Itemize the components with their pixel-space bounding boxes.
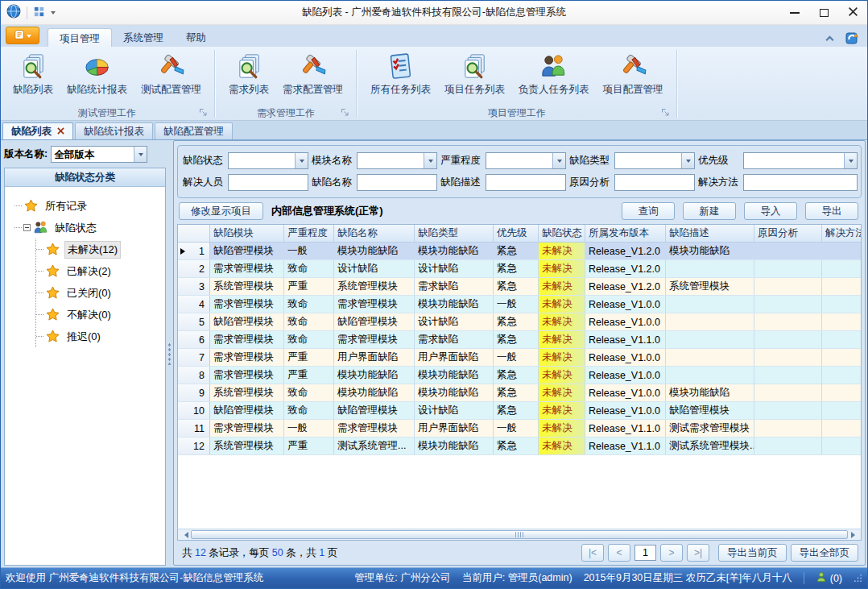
table-row-9[interactable]: 9系统管理模块致命模块功能缺陷模块功能缺陷紧急未解决Release_V1.0.0… [178,384,861,402]
req-list-button[interactable]: 需求列表 [223,50,275,98]
query-button[interactable]: 查询 [622,202,675,220]
tree-item-unresolved[interactable]: 未解决(12) [36,239,165,260]
column-header-desc[interactable]: 缺陷描述 [666,225,754,242]
filter-combo-defect-type[interactable] [614,152,695,169]
scroll-right-button[interactable] [849,529,860,540]
tree-item-resolved[interactable]: 已解决(2) [36,260,165,282]
req-config-button[interactable]: 需求配置管理 [277,50,349,98]
tree-item-wont-fix[interactable]: 不解决(0) [36,304,165,326]
import-button[interactable]: 导入 [744,202,797,220]
version-label: 版本名称: [4,147,48,161]
column-header-version[interactable]: 所属发布版本 [585,225,666,242]
version-select[interactable]: 全部版本 [51,146,147,163]
application-menu-button[interactable] [6,27,39,44]
export-current-page-button[interactable]: 导出当前页 [718,544,787,562]
document-tab-3[interactable]: 缺陷配置管理 [155,122,233,139]
filter-combo-priority[interactable] [743,152,858,169]
ribbon-tab-3[interactable]: 帮助 [175,28,217,47]
table-row-4[interactable]: 4需求管理模块致命需求管理模块模块功能缺陷一般未解决Release_V1.0.0 [178,296,861,313]
column-header-priority[interactable]: 优先级 [494,225,539,242]
online-users-badge[interactable]: (0) [816,571,842,585]
table-row-6[interactable]: 6需求管理模块致命需求管理模块需求缺陷紧急未解决Release_V1.1.0 [178,331,861,349]
defect-report-button[interactable]: 缺陷统计报表 [61,50,133,98]
help-icon[interactable] [845,30,859,47]
tree-item-defect-status[interactable]: 缺陷状态 [14,217,165,239]
chevron-down-icon[interactable] [295,153,308,168]
table-row-1[interactable]: 1缺陷管理模块一般模块功能缺陷模块功能缺陷紧急未解决Release_V1.2.0… [178,243,861,260]
document-tab-2[interactable]: 缺陷统计报表 [75,122,153,139]
table-row-7[interactable]: 7需求管理模块严重用户界面缺陷用户界面缺陷一般未解决Release_V1.0.0 [178,349,861,367]
collapse-ribbon-icon[interactable] [825,33,835,44]
table-row-11[interactable]: 11需求管理模块一般需求管理模块用户界面缺陷一般未解决Release_V1.1.… [178,420,861,438]
chevron-down-icon[interactable] [424,153,436,168]
filter-combo-value-severity [486,153,552,168]
filter-input-defect-desc[interactable] [486,174,566,191]
project-tasks-button[interactable]: 项目任务列表 [439,50,510,98]
table-row-3[interactable]: 3系统管理模块严重系统管理模块需求缺陷紧急未解决Release_V1.2.0系统… [178,278,861,296]
filter-input-solution[interactable] [743,174,858,191]
ribbon-tab-2[interactable]: 系统管理 [112,28,175,47]
chevron-down-icon[interactable] [134,147,147,162]
all-tasks-button[interactable]: 所有任务列表 [365,50,436,98]
cell-desc: 模块功能缺陷 [666,243,754,259]
export-all-pages-button[interactable]: 导出全部页 [791,544,859,562]
filter-combo-defect-status[interactable] [228,152,308,169]
filter-input-resolver[interactable] [228,174,308,191]
table-row-8[interactable]: 8需求管理模块严重模块功能缺陷模块功能缺陷紧急未解决Release_V1.0.0 [178,367,861,384]
tree-item-postponed[interactable]: 推迟(0) [36,326,165,347]
column-header-type[interactable]: 缺陷类型 [415,225,494,242]
filter-input-defect-name[interactable] [357,174,437,191]
tree-item-closed[interactable]: 已关闭(0) [36,282,165,304]
dialog-launcher-icon[interactable] [199,108,208,117]
pager-last-button[interactable]: >| [687,544,709,562]
defect-list-button[interactable]: 缺陷列表 [7,50,59,98]
ribbon-tab-1[interactable]: 项目管理 [48,28,112,47]
pager-next-button[interactable]: > [660,544,683,562]
owner-tasks-button[interactable]: 负责人任务列表 [513,50,595,98]
scrollbar-thumb[interactable] [191,530,848,539]
chevron-down-icon[interactable] [681,153,694,168]
row-header: 5 [178,313,210,330]
tree-item-all-records[interactable]: 所有记录 [14,195,165,217]
close-tab-icon[interactable] [57,126,64,137]
close-button[interactable] [838,2,867,24]
maximize-button[interactable] [809,2,838,24]
project-config-button[interactable]: 项目配置管理 [597,50,669,98]
table-row-5[interactable]: 5缺陷管理模块致命缺陷管理模块设计缺陷紧急未解决Release_V1.0.0 [178,313,861,331]
dialog-launcher-icon[interactable] [661,108,670,117]
cell-version: Release_V1.2.0 [585,260,666,277]
column-header-severity[interactable]: 严重程度 [284,225,334,242]
dialog-launcher-icon[interactable] [341,108,349,117]
document-tab-1[interactable]: 缺陷列表 [2,122,73,139]
page-number-input[interactable] [634,545,656,561]
modify-display-button[interactable]: 修改显示项目 [179,202,263,220]
pager-prev-button[interactable]: < [608,544,630,562]
chevron-down-icon[interactable] [844,153,857,168]
chevron-down-icon[interactable] [552,153,565,168]
resize-grip-icon[interactable] [854,574,862,583]
column-header-method[interactable]: 解决方法 [822,225,862,242]
column-header-analysis[interactable]: 原因分析 [754,225,822,242]
test-config-button[interactable]: 测试配置管理 [135,50,207,98]
splitter-handle[interactable] [166,140,173,567]
minimize-button[interactable] [780,2,809,24]
table-row-2[interactable]: 2需求管理模块致命设计缺陷设计缺陷紧急未解决Release_V1.2.0 [178,260,861,278]
pager-first-button[interactable]: |< [581,544,604,562]
table-row-10[interactable]: 10缺陷管理模块致命缺陷管理模块设计缺陷紧急未解决Release_V1.0.0缺… [178,402,861,420]
filter-combo-module-name[interactable] [357,152,437,169]
horizontal-scrollbar[interactable] [177,529,862,541]
new-button[interactable]: 新建 [683,202,736,220]
filter-combo-severity[interactable] [486,152,566,169]
export-button[interactable]: 导出 [805,202,858,220]
tree-connector [36,249,43,250]
column-header-module[interactable]: 缺陷模块 [210,225,284,242]
collapse-expander-icon[interactable] [23,224,31,231]
filter-input-cause-analysis[interactable] [614,174,695,191]
column-header-name[interactable]: 缺陷名称 [334,225,415,242]
column-header-status[interactable]: 缺陷状态 [539,225,585,242]
scroll-left-button[interactable] [179,529,190,540]
chevron-down-icon[interactable] [51,11,56,17]
system-name-label: 内部信息管理系统(正常) [271,204,383,218]
table-row-12[interactable]: 12系统管理模块严重测试系统管理...模块功能缺陷紧急未解决Release_V1… [178,438,861,455]
quick-access-icon[interactable] [33,6,45,20]
